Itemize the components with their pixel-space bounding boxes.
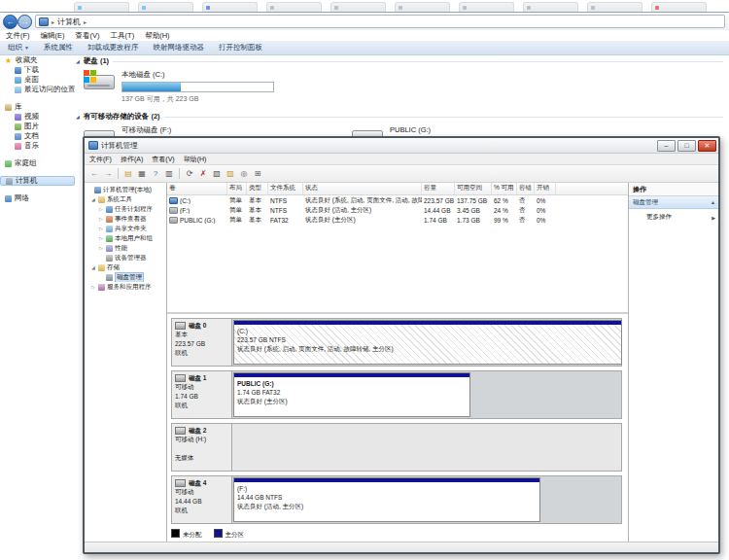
- menu-file[interactable]: 文件(F): [6, 31, 30, 41]
- toolbar-separator: [118, 168, 119, 179]
- menu-view[interactable]: 查看(V): [152, 155, 174, 164]
- collapsed-arrow-icon[interactable]: ▷: [90, 284, 96, 290]
- menu-tools[interactable]: 工具(T): [111, 31, 135, 41]
- partition-g[interactable]: PUBLIC (G:)1.74 GB FAT32状态良好 (主分区): [233, 372, 470, 417]
- tree-item-system-tools[interactable]: ◢系统工具: [85, 194, 166, 204]
- open-folder-icon[interactable]: ▨: [225, 168, 236, 180]
- forward-icon[interactable]: →: [102, 168, 114, 180]
- sidebar-item-libraries[interactable]: 库: [0, 102, 75, 112]
- menu-action[interactable]: 操作(A): [121, 155, 143, 164]
- disk-track-empty[interactable]: [232, 424, 621, 471]
- drive-name: PUBLIC (G:): [390, 125, 542, 134]
- partition-f[interactable]: (F:)14.44 GB NTFS状态良好 (活动, 主分区): [233, 477, 540, 522]
- volume-row-g[interactable]: PUBLIC (G:) 简单基本 FAT32状态良好 (主分区) 1.74 GB…: [167, 215, 628, 225]
- collapsed-arrow-icon[interactable]: ▷: [98, 206, 104, 212]
- column-header[interactable]: 开销: [535, 183, 556, 194]
- show-console-tree-icon[interactable]: ▤: [122, 168, 134, 180]
- organize-button[interactable]: 组织▼: [8, 43, 29, 52]
- sidebar-item-computer[interactable]: 计算机: [0, 176, 75, 186]
- uninstall-program-button[interactable]: 卸载或更改程序: [87, 43, 139, 52]
- disk-graphics: 磁盘 0 基本223.57 GB联机 (C:)223.57 GB NTFS状态良…: [167, 314, 628, 542]
- partition-c[interactable]: (C:)223.57 GB NTFS状态良好 (系统, 启动, 页面文件, 活动…: [233, 320, 622, 365]
- manage-computer-icon[interactable]: ⊞: [252, 168, 263, 180]
- disk-label[interactable]: 磁盘 2 可移动 (H:) 无媒体: [172, 424, 232, 471]
- local-users-groups-icon: [106, 235, 113, 242]
- menu-view[interactable]: 查看(V): [76, 31, 100, 41]
- menu-help[interactable]: 帮助(H): [145, 31, 169, 41]
- tab-favicon: [206, 6, 210, 10]
- tree-item-local-users[interactable]: ▷本地用户和组: [85, 233, 166, 243]
- disk-label[interactable]: 磁盘 1 可移动1.74 GB联机: [172, 371, 232, 418]
- tree-item-storage[interactable]: ◢存储: [85, 262, 166, 272]
- open-control-panel-button[interactable]: 打开控制面板: [219, 43, 262, 52]
- column-header[interactable]: 文件系统: [268, 183, 303, 194]
- back-button[interactable]: ←: [3, 15, 17, 29]
- sidebar-item-documents[interactable]: 文档: [0, 131, 75, 141]
- maximize-button[interactable]: □: [677, 140, 696, 152]
- tree-item-device-manager[interactable]: 设备管理器: [85, 253, 166, 262]
- forward-button[interactable]: →: [17, 15, 32, 29]
- sidebar-item-network[interactable]: 网络: [0, 193, 75, 203]
- properties-icon[interactable]: ▧: [211, 168, 223, 180]
- more-actions-item[interactable]: 更多操作 ▶: [629, 209, 718, 222]
- sidebar-item-recent-places[interactable]: 最近访问的位置: [0, 85, 75, 94]
- column-header[interactable]: 容错: [517, 183, 535, 194]
- volume-row-c[interactable]: (C:) 简单基本 NTFS状态良好 (系统, 启动, 页面文件, 活动, 故障…: [167, 195, 628, 205]
- actions-section-disk-management[interactable]: 磁盘管理 ▲: [629, 196, 718, 209]
- refresh-icon[interactable]: ⟳: [184, 168, 195, 180]
- tree-item-root[interactable]: 计算机管理(本地): [85, 185, 166, 194]
- menu-edit[interactable]: 编辑(E): [41, 31, 65, 41]
- delete-icon[interactable]: ✗: [197, 168, 209, 180]
- collapsed-arrow-icon[interactable]: ▷: [98, 226, 104, 231]
- sidebar-item-favorites[interactable]: ★收藏夹: [0, 55, 75, 65]
- close-button[interactable]: ✕: [698, 140, 716, 152]
- help-icon[interactable]: ?: [150, 168, 161, 180]
- menu-help[interactable]: 帮助(H): [184, 155, 207, 164]
- background-tab-strip: [74, 0, 729, 12]
- column-header[interactable]: 状态: [303, 183, 422, 194]
- tree-item-task-scheduler[interactable]: ▷任务计划程序: [85, 204, 166, 214]
- drive-item-c[interactable]: 本地磁盘 (C:) 137 GB 可用，共 223 GB: [84, 70, 344, 104]
- collapse-arrow-icon[interactable]: ▲: [711, 199, 715, 205]
- tree-item-event-viewer[interactable]: ▷事件查看器: [85, 214, 166, 224]
- sidebar-item-pictures[interactable]: 图片: [0, 122, 75, 131]
- breadcrumb[interactable]: 计算机: [57, 17, 81, 27]
- music-icon: [15, 143, 21, 150]
- disk-label[interactable]: 磁盘 4 可移动14.44 GB联机: [172, 476, 232, 523]
- column-header[interactable]: 类型: [247, 183, 268, 194]
- address-bar[interactable]: ▸ 计算机 ▸: [35, 15, 725, 28]
- system-properties-button[interactable]: 系统属性: [44, 43, 73, 52]
- map-network-drive-button[interactable]: 映射网络驱动器: [153, 43, 204, 52]
- find-icon[interactable]: ◎: [238, 168, 250, 180]
- column-header[interactable]: 容量: [422, 183, 455, 194]
- back-icon[interactable]: ←: [88, 168, 100, 180]
- column-header[interactable]: 布局: [227, 183, 247, 194]
- sidebar-item-downloads[interactable]: 下载: [0, 65, 75, 75]
- collapsed-arrow-icon[interactable]: ▷: [98, 245, 104, 251]
- desktop-icon: [15, 77, 21, 84]
- show-action-pane-icon[interactable]: ▥: [163, 168, 175, 180]
- column-header[interactable]: 卷: [167, 183, 227, 194]
- tree-item-shared-folders[interactable]: ▷共享文件夹: [85, 224, 166, 233]
- sidebar-item-videos[interactable]: 视频: [0, 112, 75, 122]
- tree-item-performance[interactable]: ▷性能: [85, 243, 166, 253]
- minimize-button[interactable]: –: [657, 140, 676, 152]
- tree-item-services[interactable]: ▷服务和应用程序: [85, 282, 166, 292]
- menu-file[interactable]: 文件(F): [89, 155, 112, 164]
- expanded-arrow-icon[interactable]: ◢: [90, 264, 96, 270]
- tree-item-disk-management[interactable]: 磁盘管理: [85, 272, 166, 282]
- sidebar-item-homegroup[interactable]: 家庭组: [0, 158, 75, 168]
- group-header-removable[interactable]: ◢ 有可移动存储的设备 (2): [76, 112, 727, 122]
- collapsed-arrow-icon[interactable]: ▷: [98, 216, 104, 222]
- collapsed-arrow-icon[interactable]: ▷: [98, 235, 104, 241]
- disk-label[interactable]: 磁盘 0 基本223.57 GB联机: [172, 319, 232, 366]
- column-header[interactable]: % 可用: [492, 183, 517, 194]
- group-header-hard-disks[interactable]: ◢ 硬盘 (1): [76, 56, 727, 66]
- expanded-arrow-icon[interactable]: ◢: [90, 196, 96, 202]
- disk-icon: [175, 427, 186, 435]
- sidebar-item-desktop[interactable]: 桌面: [0, 75, 75, 85]
- export-list-icon[interactable]: ▦: [136, 168, 148, 180]
- volume-row-f[interactable]: (F:) 简单基本 NTFS状态良好 (活动, 主分区) 14.44 GB3.4…: [167, 205, 628, 215]
- sidebar-item-music[interactable]: 音乐: [0, 141, 75, 151]
- column-header[interactable]: 可用空间: [455, 183, 492, 194]
